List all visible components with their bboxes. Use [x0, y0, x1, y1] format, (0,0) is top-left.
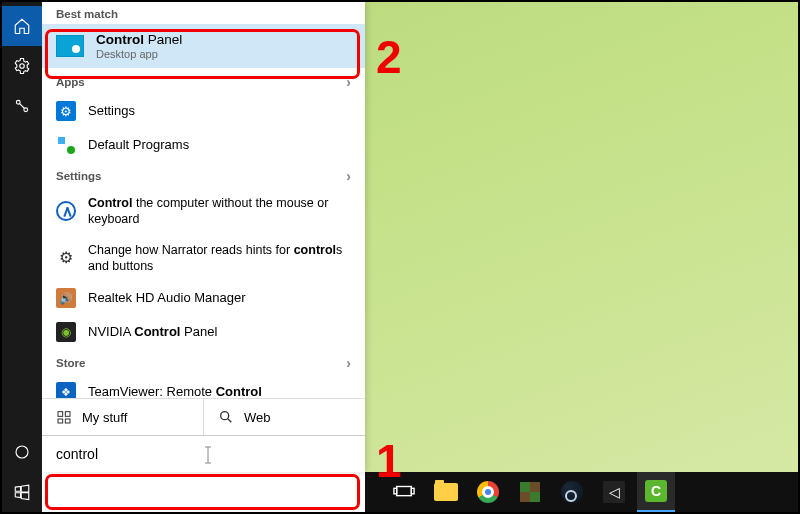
chevron-right-icon: ›	[346, 74, 351, 90]
steam-icon	[561, 481, 583, 503]
svg-rect-10	[394, 488, 397, 494]
svg-point-0	[20, 64, 25, 69]
best-match-text: Control Panel Desktop app	[96, 32, 182, 60]
result-app-settings[interactable]: Settings	[42, 94, 365, 128]
gear-icon	[13, 57, 31, 75]
ease-of-access-icon	[56, 201, 76, 221]
my-stuff-label: My stuff	[82, 410, 127, 425]
chrome-button[interactable]	[469, 472, 507, 512]
result-app-default-programs[interactable]: Default Programs	[42, 128, 365, 162]
rail-home[interactable]	[2, 6, 42, 46]
annotation-number-2: 2	[376, 30, 402, 84]
chrome-icon	[477, 481, 499, 503]
bm-bold: Control	[96, 32, 144, 47]
result-label: Realtek HD Audio Manager	[88, 290, 246, 307]
chevron-right-icon: ›	[346, 168, 351, 184]
result-label: NVIDIA Control Panel	[88, 324, 217, 341]
svg-rect-5	[65, 412, 70, 417]
section-header-label: Apps	[56, 76, 85, 88]
section-header-label: Store	[56, 357, 85, 369]
circle-icon	[13, 443, 31, 461]
store-app-icon	[56, 382, 76, 398]
taskview-button[interactable]	[385, 472, 423, 512]
search-scope-row: My stuff Web	[42, 398, 365, 435]
home-icon	[13, 17, 31, 35]
settings-app-icon	[56, 101, 76, 121]
bm-rest: Panel	[144, 32, 182, 47]
my-stuff-button[interactable]: My stuff	[42, 399, 203, 435]
bm-subtitle: Desktop app	[96, 48, 182, 60]
connect-icon	[13, 97, 31, 115]
default-programs-icon	[56, 135, 76, 155]
gear-icon	[56, 248, 76, 268]
result-label: Settings	[88, 103, 135, 120]
taskbar-search-area	[42, 472, 365, 512]
windows-icon	[13, 483, 31, 501]
my-stuff-icon	[56, 409, 72, 425]
minecraft-button[interactable]	[511, 472, 549, 512]
result-label: Control the computer without the mouse o…	[88, 195, 351, 228]
result-setting-narrator-hints[interactable]: Change how Narrator reads hints for cont…	[42, 235, 365, 282]
rail-settings[interactable]	[2, 46, 42, 86]
result-label: TeamViewer: Remote Control	[88, 384, 262, 398]
result-best-match-control-panel[interactable]: Control Panel Desktop app	[42, 24, 365, 68]
svg-rect-9	[397, 487, 412, 496]
svg-point-3	[16, 446, 28, 458]
rail-connect[interactable]	[2, 86, 42, 126]
section-header-label: Settings	[56, 170, 101, 182]
steam-button[interactable]	[553, 472, 591, 512]
realtek-icon	[56, 288, 76, 308]
web-label: Web	[244, 410, 271, 425]
result-setting-nvidia[interactable]: NVIDIA Control Panel	[42, 315, 365, 349]
section-header-settings[interactable]: Settings ›	[42, 162, 365, 188]
result-label: Default Programs	[88, 137, 189, 154]
start-left-rail	[2, 2, 42, 512]
rail-cortana[interactable]	[2, 432, 42, 472]
minecraft-icon	[520, 482, 540, 502]
svg-rect-11	[411, 488, 414, 494]
result-store-teamviewer[interactable]: TeamViewer: Remote Control	[42, 375, 365, 398]
search-box[interactable]	[42, 435, 365, 472]
nvidia-icon	[56, 322, 76, 342]
result-setting-realtek[interactable]: Realtek HD Audio Manager	[42, 281, 365, 315]
taskbar: ◁ C	[42, 472, 798, 512]
section-header-store[interactable]: Store ›	[42, 349, 365, 375]
web-button[interactable]: Web	[203, 399, 365, 435]
section-header-best-match: Best match	[42, 2, 365, 24]
svg-rect-4	[58, 412, 63, 417]
control-panel-icon	[56, 35, 84, 57]
svg-point-2	[24, 108, 28, 112]
file-explorer-button[interactable]	[427, 472, 465, 512]
start-search-panel: Best match Control Panel Desktop app App…	[42, 2, 365, 472]
svg-rect-6	[58, 419, 63, 423]
section-header-apps[interactable]: Apps ›	[42, 68, 365, 94]
chevron-right-icon: ›	[346, 355, 351, 371]
result-label: Change how Narrator reads hints for cont…	[88, 242, 351, 275]
result-setting-control-without-mouse[interactable]: Control the computer without the mouse o…	[42, 188, 365, 235]
rail-start[interactable]	[2, 472, 42, 512]
folder-icon	[434, 483, 458, 501]
unity-button[interactable]: ◁	[595, 472, 633, 512]
camtasia-button[interactable]: C	[637, 472, 675, 512]
screenshot-frame: Best match Control Panel Desktop app App…	[0, 0, 800, 514]
unity-icon: ◁	[603, 481, 625, 503]
text-cursor-icon	[202, 446, 214, 467]
svg-point-8	[221, 412, 229, 420]
svg-point-1	[16, 100, 20, 104]
svg-rect-7	[65, 419, 70, 423]
taskbar-pinned-apps: ◁ C	[365, 472, 675, 512]
search-icon	[218, 409, 234, 425]
results-scroll: Best match Control Panel Desktop app App…	[42, 2, 365, 398]
camtasia-icon: C	[645, 480, 667, 502]
section-header-label: Best match	[56, 8, 118, 20]
